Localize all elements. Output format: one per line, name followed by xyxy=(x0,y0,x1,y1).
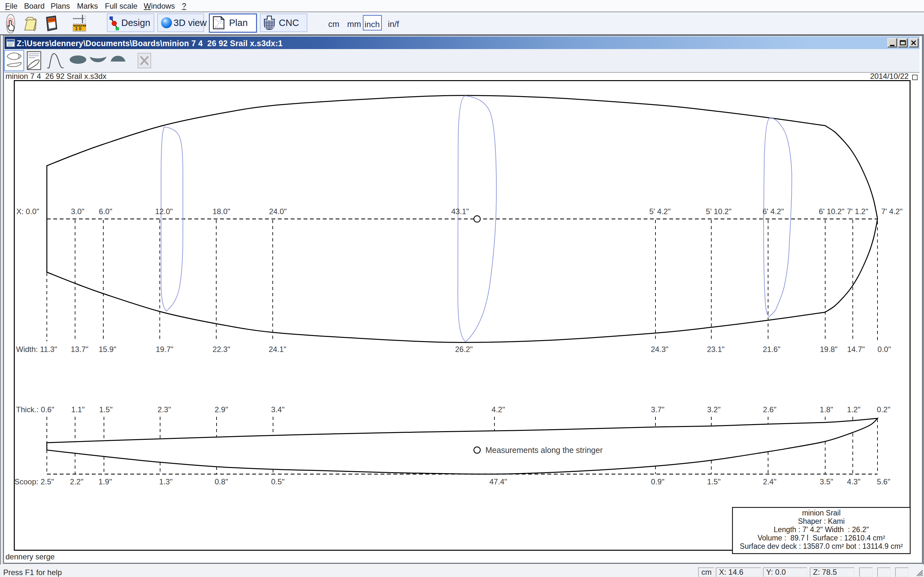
svg-text:Thick.: 0.6": Thick.: 0.6" xyxy=(16,405,54,414)
svg-text:minion Srail: minion Srail xyxy=(802,509,841,517)
svg-text:0.9": 0.9" xyxy=(651,477,664,486)
svg-text:6.0": 6.0" xyxy=(99,207,112,216)
svg-text:19.8": 19.8" xyxy=(820,345,837,354)
svg-text:1 0: 1 0 xyxy=(75,26,81,31)
svg-text:1.5": 1.5" xyxy=(707,477,720,486)
svg-text:43.1": 43.1" xyxy=(451,207,469,216)
svg-text:5' 4.2": 5' 4.2" xyxy=(649,207,670,216)
svg-text:15.9": 15.9" xyxy=(99,345,116,354)
svg-text:24.3": 24.3" xyxy=(651,345,668,354)
svg-text:1.9": 1.9" xyxy=(99,477,112,486)
svg-text:4.3": 4.3" xyxy=(847,477,861,486)
svg-text:5.6": 5.6" xyxy=(877,477,890,486)
svg-text:0.8": 0.8" xyxy=(215,477,228,486)
svg-text:0.0": 0.0" xyxy=(877,345,891,354)
svg-text:47.4": 47.4" xyxy=(489,477,507,486)
svg-text:7' 4.2": 7' 4.2" xyxy=(881,207,903,216)
svg-text:24.1": 24.1" xyxy=(268,345,286,354)
svg-text:2.9": 2.9" xyxy=(215,405,228,414)
svg-text:6' 10.2": 6' 10.2" xyxy=(819,207,845,216)
svg-text:1.5": 1.5" xyxy=(99,405,113,414)
svg-text:Length : 7' 4.2" Width : 26.2: Length : 7' 4.2" Width : 26.2" xyxy=(774,525,869,534)
svg-text:3.7": 3.7" xyxy=(651,405,664,414)
svg-text:Shaper : Kami: Shaper : Kami xyxy=(798,517,845,525)
svg-text:6' 4.2": 6' 4.2" xyxy=(762,207,784,216)
svg-text:Surface dev deck : 13587.0 cm²: Surface dev deck : 13587.0 cm² bot : 131… xyxy=(740,542,903,550)
svg-text:3.2": 3.2" xyxy=(707,405,720,414)
svg-text:26.2": 26.2" xyxy=(455,345,473,354)
svg-text:21.6": 21.6" xyxy=(762,345,780,354)
svg-text:1.2": 1.2" xyxy=(847,405,861,414)
svg-text:X: 0.0": X: 0.0" xyxy=(16,207,39,216)
svg-text:0.5": 0.5" xyxy=(271,477,284,486)
svg-text:23.1": 23.1" xyxy=(707,345,724,354)
svg-text:2.4": 2.4" xyxy=(763,477,776,486)
svg-text:24.0": 24.0" xyxy=(269,207,286,216)
svg-text:19.7": 19.7" xyxy=(156,345,173,354)
svg-text:3.5": 3.5" xyxy=(820,477,833,486)
svg-text:2.2": 2.2" xyxy=(70,477,83,486)
svg-text:14.7": 14.7" xyxy=(847,345,865,354)
svg-text:Width: 11.3": Width: 11.3" xyxy=(16,345,57,354)
svg-text:2.6": 2.6" xyxy=(763,405,776,414)
svg-text:22.3": 22.3" xyxy=(212,345,230,354)
svg-text:3.4": 3.4" xyxy=(271,405,284,414)
svg-text:0.2": 0.2" xyxy=(877,405,890,414)
svg-text:13.7": 13.7" xyxy=(71,345,88,354)
svg-text:5' 10.2": 5' 10.2" xyxy=(706,207,732,216)
svg-text:12.0": 12.0" xyxy=(155,207,173,216)
svg-text:Measurements along the stringe: Measurements along the stringer xyxy=(485,446,603,455)
svg-text:Volume : 89.7 l Surface : 12: Volume : 89.7 l Surface : 12610.4 cm² xyxy=(758,534,885,542)
svg-text:1.1": 1.1" xyxy=(71,405,85,414)
svg-text:18.0": 18.0" xyxy=(212,207,230,216)
svg-text:3.0": 3.0" xyxy=(71,207,84,216)
svg-text:Scoop: 2.5": Scoop: 2.5" xyxy=(15,477,54,486)
svg-text:1.3": 1.3" xyxy=(159,477,173,486)
svg-text:2.3": 2.3" xyxy=(158,405,171,414)
svg-text:4.2": 4.2" xyxy=(491,405,505,414)
svg-text:7' 1.2": 7' 1.2" xyxy=(847,207,868,216)
svg-text:1.8": 1.8" xyxy=(820,405,833,414)
